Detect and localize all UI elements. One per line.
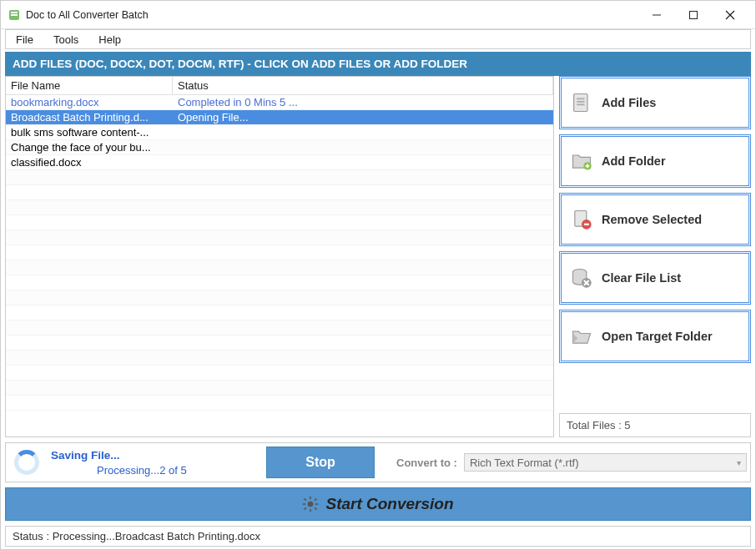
- svg-rect-23: [310, 509, 312, 512]
- svg-rect-7: [574, 94, 587, 112]
- svg-rect-25: [315, 503, 318, 505]
- table-body: bookmarking.docx Completed in 0 Mins 5 .…: [6, 95, 553, 436]
- gear-icon: [302, 496, 319, 512]
- remove-selected-button[interactable]: Remove Selected: [559, 193, 751, 246]
- button-label: Remove Selected: [602, 213, 702, 226]
- table-row: [6, 200, 553, 215]
- title-bar: Doc to All Converter Batch: [1, 1, 755, 29]
- button-label: Add Folder: [602, 154, 666, 168]
- clear-file-list-button[interactable]: Clear File List: [559, 251, 751, 305]
- button-label: Clear File List: [602, 271, 681, 285]
- clear-list-icon: [570, 266, 593, 290]
- svg-rect-4: [690, 11, 698, 18]
- convert-to-group: Convert to : Rich Text Format (*.rtf) ▾: [381, 453, 747, 472]
- table-row: [6, 245, 553, 260]
- file-table: File Name Status bookmarking.docx Comple…: [5, 76, 554, 437]
- close-button[interactable]: [712, 3, 748, 28]
- svg-rect-1: [11, 12, 18, 13]
- open-folder-icon: [570, 325, 593, 348]
- button-label: Add Files: [602, 96, 656, 109]
- processing-label: Processing...2 of 5: [51, 464, 260, 477]
- svg-rect-26: [304, 498, 307, 502]
- start-row: Start Conversion: [5, 487, 751, 521]
- column-header-status[interactable]: Status: [173, 77, 553, 94]
- progress-bar: Saving File... Processing...2 of 5 Stop …: [5, 442, 751, 482]
- table-row[interactable]: Broadcast Batch Printing.d... Opening Fi…: [6, 110, 553, 125]
- svg-rect-24: [303, 503, 305, 505]
- table-row: [6, 260, 553, 275]
- spinner-icon: [14, 450, 39, 475]
- cell-status: Completed in 0 Mins 5 ...: [173, 95, 553, 109]
- svg-rect-27: [315, 507, 318, 511]
- status-bar: Status : Processing...Broadcast Batch Pr…: [5, 526, 751, 547]
- total-files-label: Total Files : 5: [559, 413, 751, 437]
- table-row[interactable]: Change the face of your bu...: [6, 140, 553, 155]
- table-row: [6, 305, 553, 320]
- minimize-button[interactable]: [638, 3, 675, 28]
- cell-filename: Broadcast Batch Printing.d...: [6, 110, 173, 124]
- table-row[interactable]: bookmarking.docx Completed in 0 Mins 5 .…: [6, 95, 553, 110]
- column-header-filename[interactable]: File Name: [6, 77, 173, 94]
- chevron-down-icon: ▾: [737, 458, 741, 467]
- menu-bar: File Tools Help: [5, 29, 751, 49]
- cell-status: Opening File...: [173, 110, 553, 124]
- window-title: Doc to All Converter Batch: [26, 9, 638, 21]
- table-row: [6, 366, 553, 381]
- document-icon: [570, 91, 593, 114]
- table-row: [6, 381, 553, 396]
- open-target-folder-button[interactable]: Open Target Folder: [559, 310, 751, 363]
- cell-status: [173, 132, 553, 134]
- saving-label: Saving File...: [51, 449, 260, 462]
- table-row: [6, 275, 553, 290]
- svg-rect-22: [310, 497, 312, 499]
- menu-tools[interactable]: Tools: [43, 32, 88, 48]
- action-panel: Add Files Add Folder Remove Selected Cle…: [559, 76, 751, 437]
- section-header: ADD FILES (DOC, DOCX, DOT, DOCM, RTF) - …: [5, 52, 751, 76]
- add-files-button[interactable]: Add Files: [559, 76, 751, 129]
- table-row[interactable]: classified.docx: [6, 155, 553, 170]
- document-remove-icon: [570, 208, 593, 231]
- convert-to-select[interactable]: Rich Text Format (*.rtf) ▾: [464, 453, 747, 472]
- table-row: [6, 230, 553, 245]
- cell-filename: bookmarking.docx: [6, 95, 173, 109]
- app-icon: [8, 8, 21, 22]
- table-row: [6, 396, 553, 411]
- main-area: File Name Status bookmarking.docx Comple…: [5, 76, 751, 437]
- cell-filename: bulk sms software content-...: [6, 125, 173, 139]
- folder-plus-icon: [570, 149, 593, 173]
- convert-to-value: Rich Text Format (*.rtf): [470, 457, 579, 469]
- cell-status: [173, 162, 553, 164]
- convert-to-label: Convert to :: [396, 457, 457, 469]
- menu-file[interactable]: File: [6, 32, 43, 48]
- table-row: [6, 215, 553, 230]
- cell-filename: classified.docx: [6, 155, 173, 169]
- table-row: [6, 290, 553, 305]
- add-folder-button[interactable]: Add Folder: [559, 134, 751, 188]
- progress-text: Saving File... Processing...2 of 5: [51, 449, 260, 477]
- start-conversion-button[interactable]: Start Conversion: [5, 487, 751, 521]
- button-label: Open Target Folder: [602, 330, 713, 343]
- table-row[interactable]: bulk sms software content-...: [6, 125, 553, 140]
- svg-point-21: [308, 502, 314, 507]
- cell-filename: Change the face of your bu...: [6, 140, 173, 154]
- svg-rect-28: [304, 507, 307, 511]
- maximize-button[interactable]: [675, 3, 712, 28]
- svg-rect-2: [11, 14, 18, 16]
- table-row: [6, 351, 553, 366]
- table-header: File Name Status: [6, 77, 553, 95]
- stop-button[interactable]: Stop: [266, 447, 375, 478]
- start-label: Start Conversion: [325, 495, 453, 513]
- window-controls: [638, 3, 748, 28]
- table-row: [6, 336, 553, 351]
- table-row: [6, 185, 553, 200]
- table-row: [6, 170, 553, 185]
- svg-rect-29: [315, 498, 318, 502]
- menu-help[interactable]: Help: [88, 32, 131, 48]
- table-row: [6, 320, 553, 336]
- cell-status: [173, 147, 553, 149]
